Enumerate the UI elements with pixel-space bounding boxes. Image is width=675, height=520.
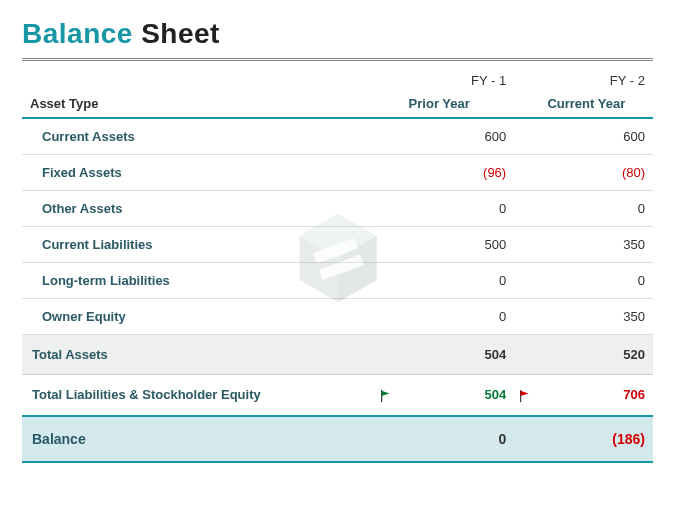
flag-fy1-cell: [375, 375, 400, 416]
item-label: Owner Equity: [22, 299, 375, 335]
balance-fy1: 0: [401, 416, 515, 462]
item-fy2: 0: [539, 191, 653, 227]
total-liab-eq-fy2: 706: [539, 375, 653, 416]
balance-label: Balance: [22, 416, 375, 462]
item-fy1: (96): [401, 155, 515, 191]
total-assets-row: Total Assets 504 520: [22, 335, 653, 375]
title-divider: [22, 58, 653, 61]
header-fy2: FY - 2: [539, 67, 653, 92]
header-current-year: Current Year: [539, 92, 653, 118]
total-assets-label: Total Assets: [22, 335, 375, 375]
item-label: Current Assets: [22, 118, 375, 155]
header-prior-year: Prior Year: [401, 92, 515, 118]
total-liab-eq-row: Total Liabilities & Stockholder Equity 5…: [22, 375, 653, 416]
item-row: Other Assets00: [22, 191, 653, 227]
item-row: Owner Equity0350: [22, 299, 653, 335]
title-word1: Balance: [22, 18, 133, 49]
page-title: Balance Sheet: [22, 18, 653, 50]
item-label: Other Assets: [22, 191, 375, 227]
item-label: Current Liabilities: [22, 227, 375, 263]
total-liab-eq-label: Total Liabilities & Stockholder Equity: [22, 375, 375, 416]
item-fy2: (80): [539, 155, 653, 191]
item-fy2: 0: [539, 263, 653, 299]
item-fy1: 0: [401, 299, 515, 335]
total-assets-fy1: 504: [401, 335, 515, 375]
item-fy1: 500: [401, 227, 515, 263]
balance-fy2: (186): [539, 416, 653, 462]
header-asset-type: Asset Type: [22, 92, 375, 118]
balance-sheet-table: FY - 1 FY - 2 Asset Type Prior Year Curr…: [22, 67, 653, 463]
item-row: Current Assets600600: [22, 118, 653, 155]
item-label: Long-term Liabilities: [22, 263, 375, 299]
flag-fy2-cell: [514, 375, 539, 416]
item-fy1: 0: [401, 263, 515, 299]
item-fy1: 600: [401, 118, 515, 155]
item-fy2: 350: [539, 227, 653, 263]
item-fy2: 350: [539, 299, 653, 335]
item-row: Current Liabilities500350: [22, 227, 653, 263]
item-fy2: 600: [539, 118, 653, 155]
sub-header-row: Asset Type Prior Year Current Year: [22, 92, 653, 118]
flag-icon: [518, 389, 532, 403]
item-row: Long-term Liabilities00: [22, 263, 653, 299]
total-liab-eq-fy1: 504: [401, 375, 515, 416]
total-assets-fy2: 520: [539, 335, 653, 375]
fiscal-year-row: FY - 1 FY - 2: [22, 67, 653, 92]
item-label: Fixed Assets: [22, 155, 375, 191]
header-fy1: FY - 1: [401, 67, 515, 92]
title-word2: Sheet: [141, 18, 220, 49]
flag-icon: [379, 389, 393, 403]
item-row: Fixed Assets(96)(80): [22, 155, 653, 191]
item-fy1: 0: [401, 191, 515, 227]
balance-row: Balance 0 (186): [22, 416, 653, 462]
